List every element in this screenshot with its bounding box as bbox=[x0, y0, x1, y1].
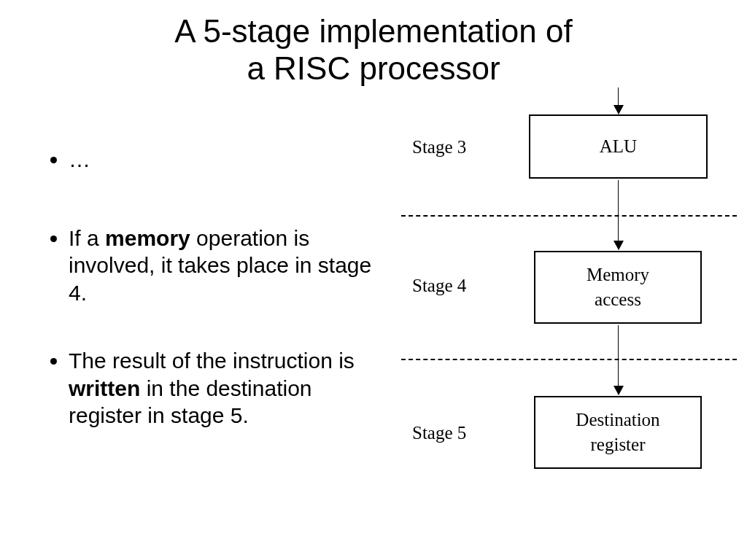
bullet-1-text: … bbox=[69, 147, 90, 171]
title-line-1: A 5-stage implementation of bbox=[174, 13, 572, 49]
bullet-2-pre: If a bbox=[69, 226, 105, 250]
stage5-box-line2: register bbox=[591, 432, 646, 457]
bullet-3: The result of the instruction is written… bbox=[69, 347, 379, 429]
pipeline-diagram: Stage 3 ALU Stage 4 Memory access Stage … bbox=[401, 88, 737, 547]
bullet-3-bold: written bbox=[69, 376, 140, 400]
arrow-into-stage3 bbox=[618, 88, 619, 114]
bullet-list: … If a memory operation is involved, it … bbox=[44, 146, 379, 470]
slide-title: A 5-stage implementation of a RISC proce… bbox=[0, 13, 747, 87]
divider-4-5 bbox=[401, 359, 737, 360]
bullet-1: … bbox=[69, 146, 379, 174]
bullet-3-pre: The result of the instruction is bbox=[69, 349, 355, 373]
stage4-box-line1: Memory bbox=[587, 262, 649, 287]
stage3-box-text: ALU bbox=[600, 134, 637, 159]
stage5-box: Destination register bbox=[534, 396, 702, 469]
stage3-box: ALU bbox=[529, 114, 708, 179]
bullet-2: If a memory operation is involved, it ta… bbox=[69, 225, 379, 307]
stage3-label: Stage 3 bbox=[412, 137, 466, 158]
stage4-box-line2: access bbox=[595, 287, 641, 312]
stage5-label: Stage 5 bbox=[412, 423, 466, 443]
stage4-box: Memory access bbox=[534, 251, 702, 324]
stage5-box-line1: Destination bbox=[576, 408, 659, 432]
bullet-2-bold: memory bbox=[105, 226, 190, 250]
title-line-2: a RISC processor bbox=[247, 50, 500, 86]
stage4-label: Stage 4 bbox=[412, 276, 466, 296]
divider-3-4 bbox=[401, 215, 737, 217]
